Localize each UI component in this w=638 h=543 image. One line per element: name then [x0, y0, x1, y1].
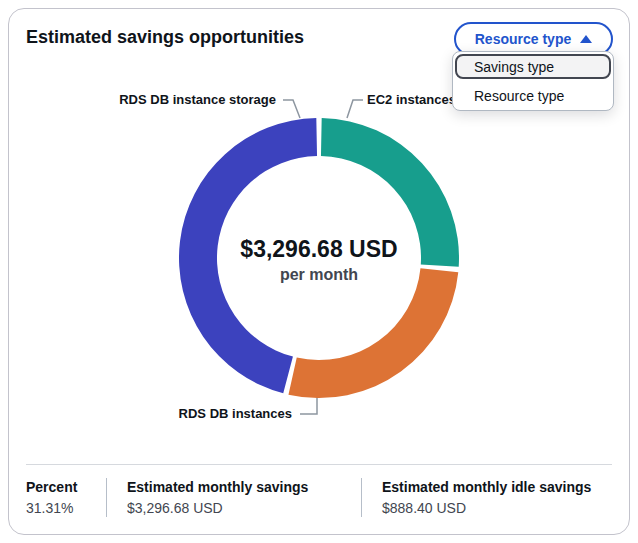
stat-percent-label: Percent: [26, 478, 106, 496]
stat-monthly-idle-savings-label: Estimated monthly idle savings: [382, 478, 612, 496]
menu-item-resource-type[interactable]: Resource type: [453, 81, 613, 110]
donut-segment-ec2-instances[interactable]: [321, 118, 459, 267]
segment-label-rds-db-instances: RDS DB instances: [179, 406, 292, 422]
dropdown-menu: Savings type Resource type: [452, 51, 614, 111]
segment-label-ec2-instances: EC2 instances: [367, 92, 456, 108]
stat-monthly-idle-savings: Estimated monthly idle savings $888.40 U…: [361, 478, 612, 517]
dropdown-button-label: Resource type: [475, 31, 571, 47]
donut-segment-rds-db-instances[interactable]: [288, 268, 458, 398]
menu-item-savings-type[interactable]: Savings type: [455, 54, 611, 79]
stat-monthly-idle-savings-value: $888.40 USD: [382, 499, 612, 517]
savings-opportunities-card: Estimated savings opportunities Resource…: [8, 8, 630, 535]
stat-monthly-savings: Estimated monthly savings $3,296.68 USD: [106, 478, 361, 517]
stat-percent-value: 31.31%: [26, 499, 106, 517]
label-connector-ec2: [347, 100, 363, 118]
donut-segment-rds-db-instance-storage[interactable]: [179, 118, 317, 393]
stat-monthly-savings-value: $3,296.68 USD: [127, 499, 361, 517]
stat-monthly-savings-label: Estimated monthly savings: [127, 478, 361, 496]
page-title: Estimated savings opportunities: [26, 26, 304, 48]
segment-label-rds-db-instance-storage: RDS DB instance storage: [119, 92, 276, 108]
label-connector-rds-storage: [283, 100, 300, 118]
summary-stats-row: Percent 31.31% Estimated monthly savings…: [26, 464, 612, 517]
caret-up-icon: [580, 35, 592, 43]
stat-percent: Percent 31.31%: [26, 478, 106, 517]
